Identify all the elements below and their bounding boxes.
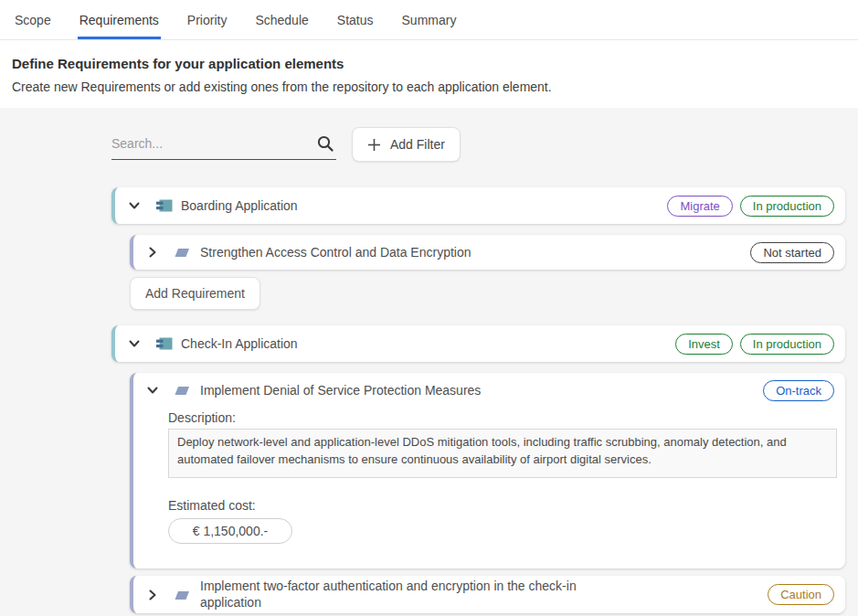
- page-subtitle: Create new Requirements or add existing …: [12, 80, 845, 94]
- application-name: Boarding Application: [181, 198, 298, 213]
- estimated-cost-label: Estimated cost:: [168, 498, 833, 513]
- requirement-icon: [175, 589, 192, 601]
- requirement-icon: [175, 384, 192, 397]
- tab-requirements[interactable]: Requirements: [78, 0, 161, 39]
- tab-summary[interactable]: Summary: [400, 0, 459, 39]
- chevron-right-icon[interactable]: [143, 242, 163, 262]
- application-name: Check-In Application: [181, 336, 298, 351]
- requirement-name: Implement two-factor authentication and …: [200, 576, 584, 613]
- tab-bar: Scope Requirements Priority Schedule Sta…: [0, 0, 858, 40]
- strategy-badge-invest[interactable]: Invest: [675, 334, 733, 355]
- app-card-check-in-application: Check-In Application Invest In productio…: [111, 325, 845, 362]
- tab-scope[interactable]: Scope: [13, 0, 53, 39]
- requirement-card-dos-protection: Implement Denial of Service Protection M…: [130, 373, 845, 568]
- add-filter-button[interactable]: Add Filter: [352, 127, 461, 162]
- add-requirement-button[interactable]: Add Requirement: [130, 277, 260, 310]
- lifecycle-badge-in-production[interactable]: In production: [740, 196, 834, 217]
- tab-schedule[interactable]: Schedule: [253, 0, 310, 39]
- application-component-icon: [156, 199, 173, 212]
- strategy-badge-migrate[interactable]: Migrate: [667, 196, 732, 217]
- requirement-card-two-factor-auth: Implement two-factor authentication and …: [130, 576, 845, 613]
- requirement-card-strengthen-access-control: Strengthen Access Control and Data Encry…: [130, 235, 845, 270]
- lifecycle-badge-in-production[interactable]: In production: [740, 334, 834, 355]
- chevron-down-icon[interactable]: [124, 334, 144, 354]
- app-card-boarding-application: Boarding Application Migrate In producti…: [111, 187, 845, 224]
- search-icon[interactable]: [314, 134, 336, 153]
- content-area: Add Filter Boarding Application: [0, 108, 858, 616]
- plus-icon: [367, 138, 381, 152]
- status-badge-caution[interactable]: Caution: [768, 584, 834, 605]
- page-header: Define Requirements for your application…: [0, 40, 858, 108]
- estimated-cost-field[interactable]: € 1,150,000.-: [168, 518, 292, 544]
- description-label: Description:: [168, 410, 833, 425]
- page-title: Define Requirements for your application…: [12, 56, 845, 71]
- tab-status[interactable]: Status: [335, 0, 376, 39]
- requirement-name: Implement Denial of Service Protection M…: [200, 383, 481, 398]
- requirement-name: Strengthen Access Control and Data Encry…: [200, 245, 471, 260]
- search-input[interactable]: [111, 136, 314, 151]
- application-component-icon: [156, 337, 173, 350]
- chevron-right-icon[interactable]: [143, 585, 163, 605]
- chevron-down-icon[interactable]: [124, 196, 144, 216]
- toolbar: Add Filter: [111, 127, 845, 162]
- requirement-icon: [175, 246, 192, 259]
- search-field: [111, 127, 336, 160]
- tab-priority[interactable]: Priority: [185, 0, 229, 39]
- add-filter-label: Add Filter: [390, 137, 445, 152]
- description-field[interactable]: Deploy network-level and application-lev…: [168, 429, 837, 478]
- status-badge-not-started[interactable]: Not started: [750, 242, 834, 263]
- status-badge-on-track[interactable]: On-track: [763, 380, 834, 401]
- chevron-down-icon[interactable]: [143, 380, 163, 400]
